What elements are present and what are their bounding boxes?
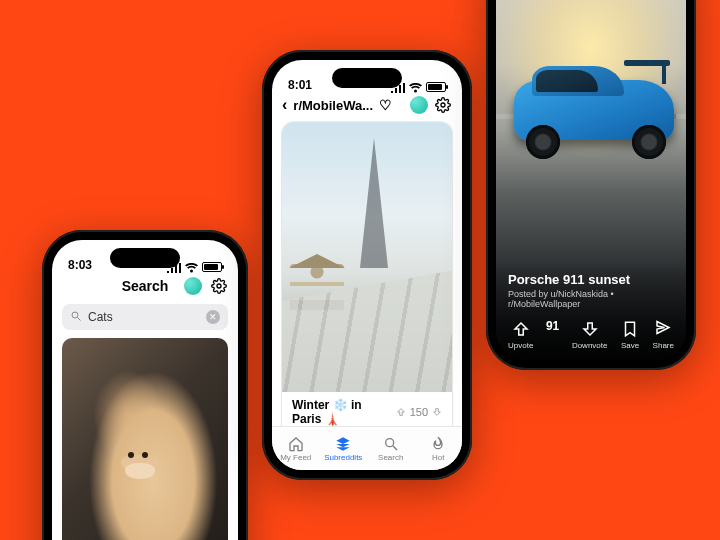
post-title: Winter ❄️ in Paris 🗼: [292, 398, 390, 426]
settings-button[interactable]: [210, 277, 228, 295]
phone-detail: Porsche 911 sunset Posted by u/NickNaski…: [486, 0, 696, 370]
phone-feed: 8:01 ‹ r/MobileWa... ♡: [262, 50, 472, 480]
wheel-detail: [526, 125, 560, 159]
stack-icon: [335, 436, 351, 452]
tab-my-feed[interactable]: My Feed: [272, 427, 320, 470]
share-icon: [654, 320, 672, 338]
search-icon: [383, 436, 399, 452]
tab-subreddits[interactable]: Subreddits: [320, 427, 368, 470]
status-time: 8:01: [288, 78, 312, 92]
wifi-icon: [409, 82, 422, 92]
wifi-icon: [185, 262, 198, 272]
page-title: Search: [122, 278, 169, 294]
wheel-detail: [632, 125, 666, 159]
tab-bar: My Feed Subreddits Search Hot: [272, 426, 462, 470]
gear-icon: [211, 278, 227, 294]
search-input[interactable]: Cats ✕: [62, 304, 228, 330]
downvote-button[interactable]: Downvote: [572, 319, 608, 350]
save-button[interactable]: Save: [620, 319, 640, 350]
search-header: Search: [52, 274, 238, 300]
downvote-icon: [432, 407, 442, 417]
upvote-icon: [512, 320, 530, 338]
post-overlay: Porsche 911 sunset Posted by u/NickNaski…: [496, 262, 686, 360]
avatar[interactable]: [184, 277, 202, 295]
result-image-cat[interactable]: [62, 338, 228, 540]
downvote-icon: [581, 320, 599, 338]
flame-icon: [430, 436, 446, 452]
svg-line-3: [393, 446, 397, 450]
subreddit-title[interactable]: r/MobileWa...: [293, 98, 373, 113]
car-wing-detail: [624, 60, 670, 66]
home-icon: [288, 436, 304, 452]
phone-search: 8:03 Search: [42, 230, 248, 540]
dynamic-island: [332, 68, 402, 88]
score-display: 91: [546, 319, 559, 333]
dynamic-island: [110, 248, 180, 268]
status-time: 8:03: [68, 258, 92, 272]
score-value: 91: [546, 319, 559, 333]
upvote-control[interactable]: 150: [396, 406, 442, 418]
post-title: Porsche 911 sunset: [508, 272, 674, 287]
subreddit-header: ‹ r/MobileWa... ♡: [272, 94, 462, 120]
settings-button[interactable]: [434, 96, 452, 114]
post-card[interactable]: Winter ❄️ in Paris 🗼 150 Posted by u/PRO…: [282, 122, 452, 447]
svg-point-2: [385, 438, 393, 446]
svg-point-0: [72, 312, 78, 318]
upvote-button[interactable]: Upvote: [508, 319, 533, 350]
search-icon: [70, 310, 82, 325]
battery-icon: [426, 82, 446, 92]
post-image-paris: [282, 122, 452, 392]
tab-hot[interactable]: Hot: [415, 427, 463, 470]
gear-icon: [435, 97, 451, 113]
bookmark-icon: [621, 320, 639, 338]
tab-search[interactable]: Search: [367, 427, 415, 470]
battery-icon: [202, 262, 222, 272]
svg-line-1: [78, 317, 81, 320]
share-button[interactable]: Share: [653, 319, 674, 350]
favorite-button[interactable]: ♡: [379, 97, 392, 113]
back-button[interactable]: ‹: [282, 97, 287, 113]
avatar[interactable]: [410, 96, 428, 114]
search-value: Cats: [88, 310, 113, 324]
clear-button[interactable]: ✕: [206, 310, 220, 324]
upvote-count: 150: [410, 406, 428, 418]
carousel-detail: [290, 264, 344, 310]
upvote-icon: [396, 407, 406, 417]
post-byline: Posted by u/NickNaskida • r/MobileWallpa…: [508, 289, 674, 309]
